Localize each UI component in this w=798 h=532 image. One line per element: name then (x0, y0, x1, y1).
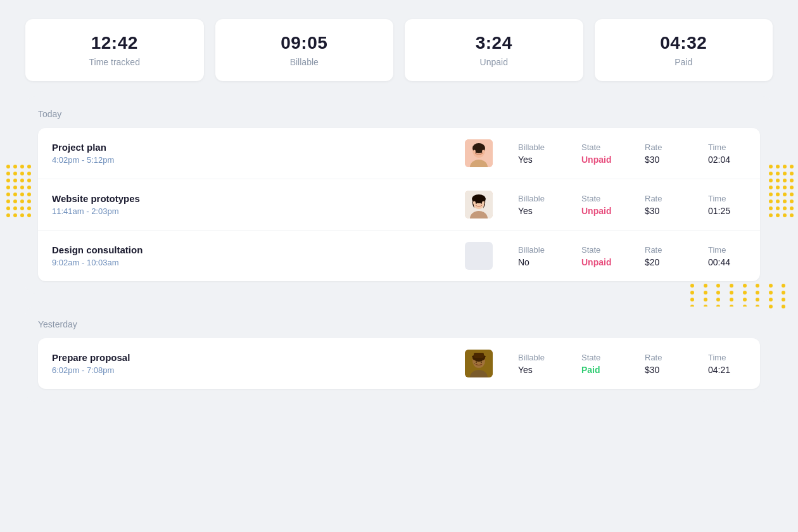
meta-col: State Unpaid (581, 194, 619, 216)
dot (776, 213, 780, 217)
dot (769, 193, 773, 196)
dot (690, 291, 694, 294)
meta-label: Billable (518, 194, 556, 203)
meta-label: Time (708, 142, 746, 152)
entry-meta: Billable No State Unpaid Rate $20 Time 0… (518, 245, 746, 267)
dot (716, 298, 720, 301)
meta-value: Unpaid (581, 155, 619, 165)
avatar (465, 139, 493, 167)
entry-title: Prepare proposal (52, 352, 465, 363)
dot (769, 179, 773, 182)
meta-col: Billable Yes (518, 142, 556, 165)
summary-label-3: Paid (610, 57, 758, 67)
meta-value: 01:25 (708, 206, 746, 216)
dot (776, 206, 780, 210)
dot (6, 172, 10, 175)
dot (769, 172, 773, 175)
summary-card-3: 04:32 Paid (595, 19, 773, 81)
summary-value-0: 12:42 (41, 33, 189, 53)
meta-value: Paid (581, 365, 619, 375)
dot (743, 291, 747, 294)
meta-col: State Unpaid (581, 245, 619, 267)
dot (790, 186, 794, 189)
meta-value: No (518, 257, 556, 267)
meta-value: Unpaid (581, 206, 619, 216)
dot (27, 200, 31, 203)
today-group: Today Project plan 4:02pm - 5:12pm Billa… (25, 96, 773, 294)
dot (769, 165, 773, 168)
dot (20, 172, 24, 175)
entry-time-range: 4:02pm - 5:12pm (52, 155, 465, 165)
dot (783, 206, 787, 210)
meta-label: Rate (645, 142, 683, 152)
dot (783, 179, 787, 182)
summary-label-2: Unpaid (420, 57, 568, 67)
svg-point-23 (476, 362, 477, 363)
dot (20, 200, 24, 203)
entry-title: Project plan (52, 142, 465, 153)
dot (782, 305, 785, 308)
entry-meta: Billable Yes State Unpaid Rate $30 Time … (518, 142, 746, 165)
dot-pattern-right-vert (769, 165, 792, 266)
svg-point-5 (482, 150, 484, 153)
dot (27, 186, 31, 189)
dot (690, 298, 694, 301)
entry-time-range: 9:02am - 10:03am (52, 258, 465, 267)
meta-col: Time 01:25 (708, 194, 746, 216)
meta-col: State Paid (581, 353, 619, 375)
meta-value: Yes (518, 365, 556, 375)
dot (782, 284, 785, 288)
dot (769, 186, 773, 189)
meta-label: State (581, 245, 619, 255)
dot (13, 165, 17, 168)
dot (776, 165, 780, 168)
meta-value: 00:44 (708, 257, 746, 267)
summary-value-1: 09:05 (231, 33, 379, 53)
svg-point-22 (482, 360, 484, 364)
svg-point-13 (482, 201, 484, 205)
svg-point-7 (481, 151, 482, 153)
meta-label: Rate (645, 353, 683, 362)
meta-label: Rate (645, 194, 683, 203)
dot (20, 186, 24, 189)
dot (6, 206, 10, 210)
dot (790, 206, 794, 210)
dot (13, 200, 17, 203)
dot (783, 186, 787, 189)
svg-rect-26 (474, 353, 484, 358)
meta-label: Time (708, 353, 746, 362)
dot (769, 213, 773, 217)
entry-time-range: 6:02pm - 7:08pm (52, 365, 465, 375)
dot (6, 193, 10, 196)
meta-value: $30 (645, 365, 683, 375)
dot (783, 193, 787, 196)
meta-col: Billable Yes (518, 194, 556, 216)
dot (783, 200, 787, 203)
meta-col: Rate $30 (645, 194, 683, 216)
dot (6, 213, 10, 217)
dot (13, 186, 17, 189)
meta-value: $30 (645, 206, 683, 216)
meta-label: Time (708, 194, 746, 203)
dot (776, 179, 780, 182)
meta-col: Rate $20 (645, 245, 683, 267)
dot-pattern-bottom-right (690, 284, 792, 307)
dot (27, 193, 31, 196)
entry-title: Website prototypes (52, 193, 465, 204)
dot (6, 165, 10, 168)
dot (27, 213, 31, 217)
dot (790, 165, 794, 168)
meta-value: $20 (645, 257, 683, 267)
meta-col: Time 02:04 (708, 142, 746, 165)
meta-col: Time 00:44 (708, 245, 746, 267)
dot (730, 291, 733, 294)
svg-point-6 (476, 151, 477, 153)
dot-pattern-left (6, 165, 29, 266)
dot (20, 206, 24, 210)
meta-label: State (581, 142, 619, 152)
entry-title: Design consultation (52, 244, 465, 255)
dot (20, 213, 24, 217)
dot (13, 193, 17, 196)
meta-value: Yes (518, 206, 556, 216)
dot (790, 193, 794, 196)
